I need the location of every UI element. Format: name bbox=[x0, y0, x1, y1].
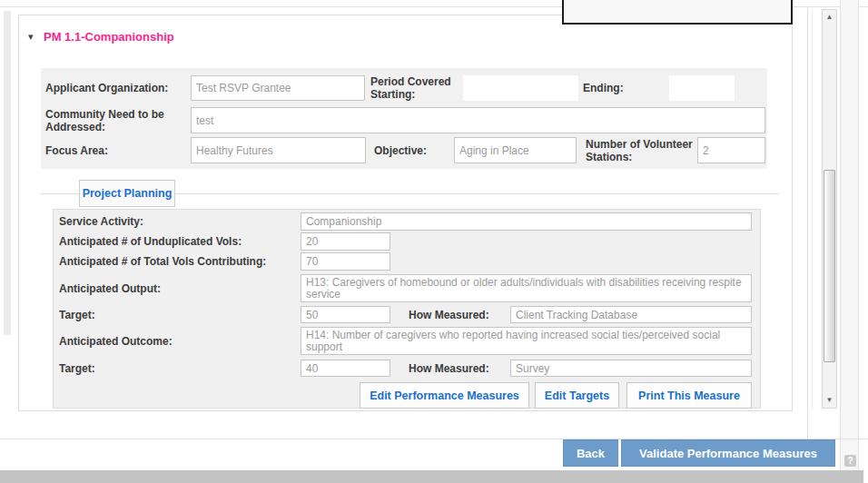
output-how-measured-label: How Measured: bbox=[409, 306, 504, 323]
period-covered-starting-label: Period Covered Starting: bbox=[370, 75, 461, 101]
service-activity-label: Service Activity: bbox=[59, 212, 295, 231]
unduplicated-vols-input[interactable] bbox=[301, 232, 390, 251]
ending-label: Ending: bbox=[583, 75, 656, 101]
scrollbar-thumb[interactable] bbox=[824, 170, 835, 362]
focus-area-label: Focus Area: bbox=[45, 137, 186, 163]
scroll-up-icon[interactable]: ▲ bbox=[823, 14, 836, 21]
validate-performance-measures-button[interactable]: Validate Performance Measures bbox=[621, 439, 835, 467]
objective-input[interactable] bbox=[454, 137, 577, 163]
inner-right-edge bbox=[812, 9, 813, 410]
scroll-down-icon[interactable]: ▼ bbox=[823, 397, 836, 404]
community-need-input[interactable] bbox=[191, 107, 765, 133]
anticipated-outcome-label: Anticipated Outcome: bbox=[59, 327, 295, 355]
outcome-target-label: Target: bbox=[59, 360, 295, 377]
page-right-edge bbox=[807, 7, 808, 439]
applicant-organization-label: Applicant Organization: bbox=[45, 75, 186, 101]
collapse-triangle-icon[interactable]: ▾ bbox=[28, 32, 34, 42]
volunteer-stations-input[interactable] bbox=[697, 137, 765, 163]
edit-targets-button[interactable]: Edit Targets bbox=[535, 382, 619, 409]
anticipated-output-label: Anticipated Output: bbox=[59, 274, 295, 302]
anticipated-outcome-textbox[interactable]: H14: Number of caregivers who reported h… bbox=[301, 327, 752, 355]
total-vols-input[interactable] bbox=[301, 252, 390, 271]
anticipated-output-textbox[interactable]: H13: Caregivers of homebound or older ad… bbox=[301, 274, 752, 302]
total-vols-label: Anticipated # of Total Vols Contributing… bbox=[59, 252, 295, 271]
output-how-measured-input[interactable] bbox=[510, 306, 752, 323]
performance-measure-page: ▾ PM 1.1-Companionship Applicant Organiz… bbox=[0, 0, 868, 483]
focus-area-input[interactable] bbox=[191, 137, 366, 163]
tab-project-planning[interactable]: Project Planning bbox=[79, 180, 175, 207]
help-icon[interactable]: ? bbox=[844, 455, 856, 467]
focused-element-outline[interactable] bbox=[562, 0, 793, 25]
output-target-label: Target: bbox=[59, 306, 295, 323]
unduplicated-vols-label: Anticipated # of Unduplicated Vols: bbox=[59, 232, 295, 251]
left-gutter-strip bbox=[4, 11, 11, 335]
outcome-how-measured-label: How Measured: bbox=[409, 360, 504, 377]
vertical-scrollbar[interactable]: ▲ ▼ bbox=[822, 9, 837, 409]
output-target-input[interactable] bbox=[301, 306, 390, 323]
edit-performance-measures-button[interactable]: Edit Performance Measures bbox=[360, 382, 529, 409]
back-button[interactable]: Back bbox=[563, 439, 618, 467]
volunteer-stations-label: Number of Volunteer Stations: bbox=[586, 137, 695, 163]
period-covered-starting-input[interactable] bbox=[463, 75, 578, 101]
service-activity-input[interactable] bbox=[301, 212, 752, 231]
outcome-target-input[interactable] bbox=[301, 360, 390, 377]
pm-section-title[interactable]: PM 1.1-Companionship bbox=[44, 30, 174, 44]
right-side-column bbox=[840, 0, 859, 470]
footer-bar bbox=[0, 470, 863, 483]
community-need-label: Community Need to be Addressed: bbox=[45, 107, 186, 134]
outcome-how-measured-input[interactable] bbox=[510, 360, 752, 377]
print-this-measure-button[interactable]: Print This Measure bbox=[626, 382, 752, 409]
ending-input[interactable] bbox=[669, 75, 735, 101]
objective-label: Objective: bbox=[374, 137, 451, 163]
applicant-organization-input[interactable] bbox=[191, 75, 365, 101]
